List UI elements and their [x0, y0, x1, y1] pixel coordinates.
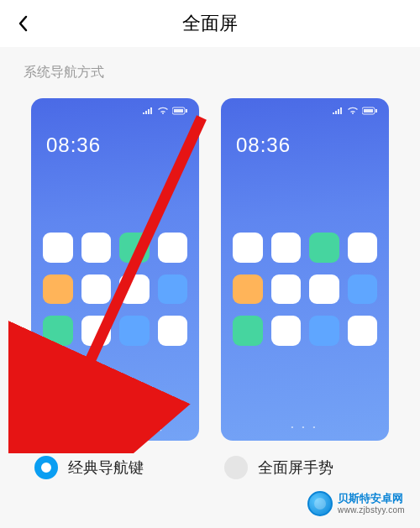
option-gesture-nav[interactable]: 08:36 • • • 全面屏手势 [221, 98, 389, 479]
app-icon [348, 233, 378, 263]
app-icon [119, 274, 150, 305]
android-nav-bar [31, 422, 199, 432]
app-icon [81, 274, 112, 305]
app-icon [233, 274, 263, 305]
radio-row-gesture[interactable]: 全面屏手势 [221, 441, 389, 479]
app-icon [348, 316, 378, 346]
clock: 08:36 [46, 133, 101, 157]
app-icon [81, 233, 112, 263]
back-button[interactable] [17, 13, 30, 34]
nav-back-icon [155, 422, 165, 432]
app-icon-grid [221, 233, 389, 346]
option-classic-nav[interactable]: 08:36 经典导航键 [31, 98, 199, 479]
status-bar [142, 107, 187, 115]
battery-icon [172, 107, 187, 115]
phone-preview-gesture: 08:36 • • • [221, 98, 389, 441]
app-icon [271, 233, 302, 263]
app-icon [119, 316, 150, 346]
watermark-url: www.zjbstyy.com [338, 505, 405, 515]
nav-recents-icon [66, 422, 79, 432]
watermark-logo-icon [307, 491, 333, 516]
battery-icon [362, 107, 377, 115]
page-indicator-dots: • • • [221, 423, 389, 431]
radio-unselected-icon[interactable] [224, 456, 248, 479]
app-icon [233, 233, 263, 263]
app-icon [309, 274, 339, 305]
section-subtitle: 系统导航方式 [0, 47, 420, 90]
app-icon [43, 316, 73, 346]
signal-icon [142, 107, 154, 115]
radio-row-classic[interactable]: 经典导航键 [31, 441, 199, 479]
watermark-title: 贝斯特安卓网 [338, 493, 405, 504]
svg-rect-5 [364, 109, 373, 112]
app-icon [348, 274, 378, 305]
svg-rect-6 [375, 109, 377, 112]
header: 全面屏 [0, 0, 420, 47]
nav-home-icon [111, 422, 123, 432]
app-icon [271, 316, 302, 346]
status-bar [332, 107, 377, 115]
option-label: 经典导航键 [68, 457, 144, 478]
app-icon [119, 233, 150, 263]
watermark-text: 贝斯特安卓网 www.zjbstyy.com [338, 493, 405, 514]
app-icon [271, 274, 302, 305]
app-icon [43, 233, 73, 263]
navigation-options: 08:36 经典导航键 [0, 90, 420, 479]
wifi-icon [347, 107, 359, 115]
clock: 08:36 [236, 133, 291, 157]
page-title: 全面屏 [0, 11, 420, 36]
app-icon [233, 316, 263, 346]
svg-rect-3 [113, 424, 121, 431]
app-icon-grid [31, 233, 199, 346]
svg-rect-1 [174, 109, 183, 112]
wifi-icon [157, 107, 169, 115]
app-icon [43, 274, 73, 305]
app-icon [81, 316, 112, 346]
app-icon [158, 316, 188, 346]
app-icon [158, 233, 188, 263]
radio-selected-icon[interactable] [34, 456, 58, 479]
phone-preview-classic: 08:36 [31, 98, 199, 441]
app-icon [158, 274, 188, 305]
watermark: 贝斯特安卓网 www.zjbstyy.com [307, 491, 405, 516]
svg-rect-2 [186, 109, 187, 112]
app-icon [309, 233, 339, 263]
signal-icon [332, 107, 344, 115]
app-icon [309, 316, 339, 346]
option-label: 全面屏手势 [258, 457, 333, 478]
